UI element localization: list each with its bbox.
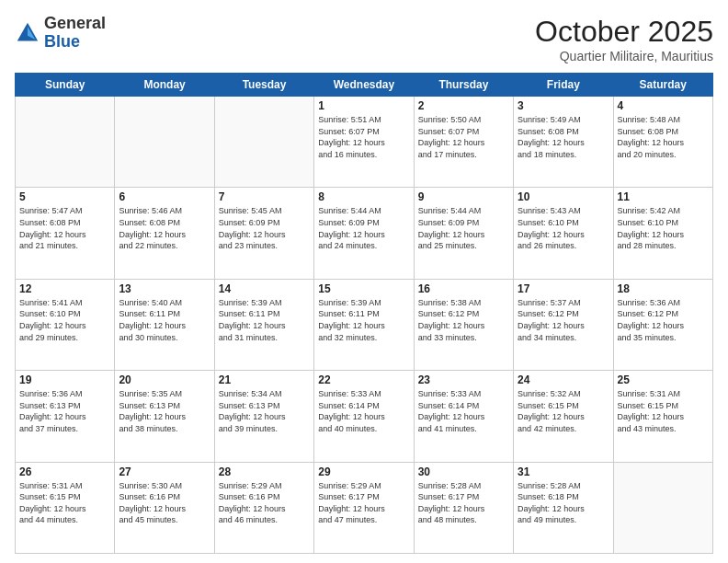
day-number: 10 — [518, 190, 609, 203]
day-number: 24 — [518, 373, 609, 386]
header: General Blue October 2025 Quartier Milit… — [15, 15, 713, 63]
day-info: Sunrise: 5:48 AM Sunset: 6:08 PM Dayligh… — [618, 114, 709, 160]
day-number: 5 — [19, 190, 110, 203]
calendar-cell: 8Sunrise: 5:44 AM Sunset: 6:09 PM Daylig… — [314, 188, 414, 279]
day-info: Sunrise: 5:31 AM Sunset: 6:15 PM Dayligh… — [19, 480, 110, 526]
calendar-cell: 12Sunrise: 5:41 AM Sunset: 6:10 PM Dayli… — [16, 279, 115, 370]
month-title: October 2025 — [535, 15, 713, 49]
day-number: 29 — [318, 465, 409, 478]
day-info: Sunrise: 5:30 AM Sunset: 6:16 PM Dayligh… — [119, 480, 210, 526]
calendar-header-sunday: Sunday — [16, 74, 115, 97]
day-number: 8 — [318, 190, 409, 203]
day-number: 12 — [19, 282, 110, 295]
day-info: Sunrise: 5:31 AM Sunset: 6:15 PM Dayligh… — [618, 388, 709, 434]
day-info: Sunrise: 5:50 AM Sunset: 6:07 PM Dayligh… — [418, 114, 509, 160]
calendar-cell: 15Sunrise: 5:39 AM Sunset: 6:11 PM Dayli… — [314, 279, 414, 370]
day-number: 11 — [618, 190, 709, 203]
day-number: 25 — [618, 373, 709, 386]
calendar-cell: 13Sunrise: 5:40 AM Sunset: 6:11 PM Dayli… — [115, 279, 214, 370]
day-number: 15 — [318, 282, 409, 295]
day-number: 2 — [418, 99, 509, 112]
calendar-header-monday: Monday — [115, 74, 214, 97]
day-info: Sunrise: 5:35 AM Sunset: 6:13 PM Dayligh… — [119, 388, 210, 434]
calendar-cell: 10Sunrise: 5:43 AM Sunset: 6:10 PM Dayli… — [514, 188, 613, 279]
day-number: 6 — [119, 190, 210, 203]
calendar-header-row: SundayMondayTuesdayWednesdayThursdayFrid… — [16, 74, 713, 97]
calendar-cell — [16, 97, 115, 188]
day-number: 19 — [19, 373, 110, 386]
calendar-week-1: 5Sunrise: 5:47 AM Sunset: 6:08 PM Daylig… — [16, 188, 713, 279]
day-number: 18 — [618, 282, 709, 295]
calendar-header-tuesday: Tuesday — [214, 74, 313, 97]
logo: General Blue — [15, 15, 106, 52]
day-info: Sunrise: 5:38 AM Sunset: 6:12 PM Dayligh… — [418, 297, 509, 343]
day-number: 27 — [119, 465, 210, 478]
calendar-week-2: 12Sunrise: 5:41 AM Sunset: 6:10 PM Dayli… — [16, 279, 713, 370]
day-info: Sunrise: 5:44 AM Sunset: 6:09 PM Dayligh… — [318, 205, 409, 251]
calendar-cell: 9Sunrise: 5:44 AM Sunset: 6:09 PM Daylig… — [414, 188, 513, 279]
day-number: 20 — [119, 373, 210, 386]
day-number: 23 — [418, 373, 509, 386]
calendar-header-thursday: Thursday — [414, 74, 513, 97]
day-number: 9 — [418, 190, 509, 203]
calendar-cell — [214, 97, 313, 188]
day-info: Sunrise: 5:29 AM Sunset: 6:17 PM Dayligh… — [318, 480, 409, 526]
calendar-cell — [115, 97, 214, 188]
day-number: 16 — [418, 282, 509, 295]
day-info: Sunrise: 5:45 AM Sunset: 6:09 PM Dayligh… — [219, 205, 310, 251]
location-subtitle: Quartier Militaire, Mauritius — [535, 49, 713, 63]
day-info: Sunrise: 5:32 AM Sunset: 6:15 PM Dayligh… — [518, 388, 609, 434]
day-number: 21 — [219, 373, 310, 386]
calendar-cell: 6Sunrise: 5:46 AM Sunset: 6:08 PM Daylig… — [115, 188, 214, 279]
calendar-cell: 2Sunrise: 5:50 AM Sunset: 6:07 PM Daylig… — [414, 97, 513, 188]
day-number: 3 — [518, 99, 609, 112]
day-info: Sunrise: 5:34 AM Sunset: 6:13 PM Dayligh… — [219, 388, 310, 434]
day-info: Sunrise: 5:39 AM Sunset: 6:11 PM Dayligh… — [219, 297, 310, 343]
day-info: Sunrise: 5:36 AM Sunset: 6:13 PM Dayligh… — [19, 388, 110, 434]
logo-general: General — [44, 14, 106, 32]
calendar-cell: 14Sunrise: 5:39 AM Sunset: 6:11 PM Dayli… — [214, 279, 313, 370]
day-info: Sunrise: 5:33 AM Sunset: 6:14 PM Dayligh… — [418, 388, 509, 434]
calendar-week-4: 26Sunrise: 5:31 AM Sunset: 6:15 PM Dayli… — [16, 462, 713, 553]
day-number: 22 — [318, 373, 409, 386]
day-info: Sunrise: 5:47 AM Sunset: 6:08 PM Dayligh… — [19, 205, 110, 251]
calendar-cell: 4Sunrise: 5:48 AM Sunset: 6:08 PM Daylig… — [613, 97, 712, 188]
calendar-cell: 29Sunrise: 5:29 AM Sunset: 6:17 PM Dayli… — [314, 462, 414, 553]
day-number: 28 — [219, 465, 310, 478]
day-info: Sunrise: 5:36 AM Sunset: 6:12 PM Dayligh… — [618, 297, 709, 343]
calendar-cell: 7Sunrise: 5:45 AM Sunset: 6:09 PM Daylig… — [214, 188, 313, 279]
day-number: 13 — [119, 282, 210, 295]
calendar-header-saturday: Saturday — [613, 74, 712, 97]
calendar-week-0: 1Sunrise: 5:51 AM Sunset: 6:07 PM Daylig… — [16, 97, 713, 188]
calendar-cell: 21Sunrise: 5:34 AM Sunset: 6:13 PM Dayli… — [214, 371, 313, 462]
day-info: Sunrise: 5:28 AM Sunset: 6:18 PM Dayligh… — [518, 480, 609, 526]
day-info: Sunrise: 5:42 AM Sunset: 6:10 PM Dayligh… — [618, 205, 709, 251]
calendar-cell: 16Sunrise: 5:38 AM Sunset: 6:12 PM Dayli… — [414, 279, 513, 370]
calendar-cell: 23Sunrise: 5:33 AM Sunset: 6:14 PM Dayli… — [414, 371, 513, 462]
calendar-cell: 26Sunrise: 5:31 AM Sunset: 6:15 PM Dayli… — [16, 462, 115, 553]
day-info: Sunrise: 5:41 AM Sunset: 6:10 PM Dayligh… — [19, 297, 110, 343]
day-info: Sunrise: 5:46 AM Sunset: 6:08 PM Dayligh… — [119, 205, 210, 251]
calendar-cell: 22Sunrise: 5:33 AM Sunset: 6:14 PM Dayli… — [314, 371, 414, 462]
calendar-header-friday: Friday — [514, 74, 613, 97]
calendar-cell: 30Sunrise: 5:28 AM Sunset: 6:17 PM Dayli… — [414, 462, 513, 553]
logo-icon — [15, 20, 40, 46]
calendar-cell: 31Sunrise: 5:28 AM Sunset: 6:18 PM Dayli… — [514, 462, 613, 553]
calendar-cell: 5Sunrise: 5:47 AM Sunset: 6:08 PM Daylig… — [16, 188, 115, 279]
day-info: Sunrise: 5:29 AM Sunset: 6:16 PM Dayligh… — [219, 480, 310, 526]
logo-text: General Blue — [44, 15, 106, 52]
day-info: Sunrise: 5:40 AM Sunset: 6:11 PM Dayligh… — [119, 297, 210, 343]
day-info: Sunrise: 5:49 AM Sunset: 6:08 PM Dayligh… — [518, 114, 609, 160]
calendar-cell: 19Sunrise: 5:36 AM Sunset: 6:13 PM Dayli… — [16, 371, 115, 462]
day-number: 26 — [19, 465, 110, 478]
day-number: 1 — [318, 99, 409, 112]
calendar-week-3: 19Sunrise: 5:36 AM Sunset: 6:13 PM Dayli… — [16, 371, 713, 462]
page: General Blue October 2025 Quartier Milit… — [0, 0, 728, 563]
calendar-cell: 27Sunrise: 5:30 AM Sunset: 6:16 PM Dayli… — [115, 462, 214, 553]
calendar-cell: 3Sunrise: 5:49 AM Sunset: 6:08 PM Daylig… — [514, 97, 613, 188]
day-number: 17 — [518, 282, 609, 295]
calendar-cell: 20Sunrise: 5:35 AM Sunset: 6:13 PM Dayli… — [115, 371, 214, 462]
calendar-cell: 25Sunrise: 5:31 AM Sunset: 6:15 PM Dayli… — [613, 371, 712, 462]
calendar-cell: 18Sunrise: 5:36 AM Sunset: 6:12 PM Dayli… — [613, 279, 712, 370]
calendar-table: SundayMondayTuesdayWednesdayThursdayFrid… — [15, 73, 713, 554]
